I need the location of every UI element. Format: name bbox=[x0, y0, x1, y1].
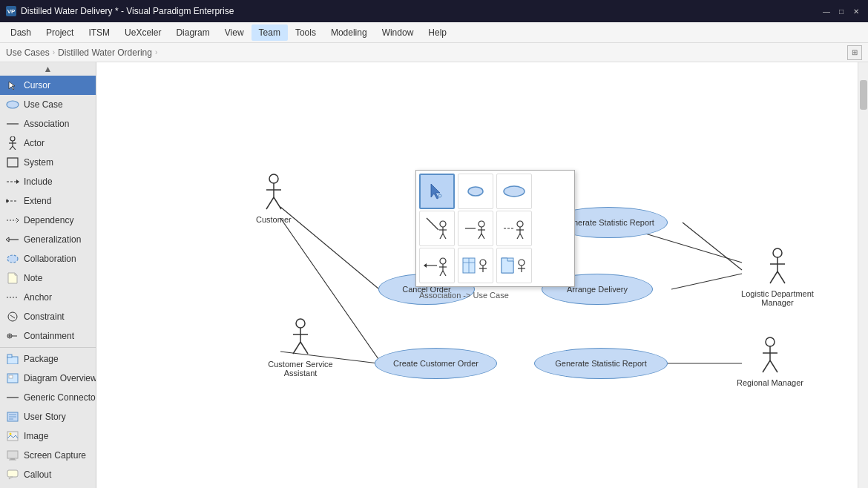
minimize-button[interactable]: — bbox=[821, 5, 832, 17]
popup-palette[interactable]: Association -> Use Case bbox=[415, 170, 575, 287]
include-icon bbox=[6, 175, 19, 188]
palette-actor-assoc2[interactable] bbox=[458, 211, 493, 246]
image-icon bbox=[6, 429, 19, 443]
palette-actor-dashed[interactable] bbox=[496, 211, 532, 246]
sidebar-item-package[interactable]: Package bbox=[0, 349, 96, 369]
breadcrumb-ordering[interactable]: Distilled Water Ordering › bbox=[58, 47, 157, 58]
sidebar-item-callout[interactable]: Callout bbox=[0, 465, 96, 484]
sidebar-item-anchor[interactable]: Anchor bbox=[0, 288, 96, 307]
sidebar-scroll-up[interactable]: ▲ bbox=[0, 62, 96, 76]
app-logo: VP bbox=[6, 6, 16, 16]
panel-toggle-button[interactable]: ⊞ bbox=[847, 45, 862, 60]
sidebar-item-system[interactable]: System bbox=[0, 153, 96, 172]
menu-bar: Dash Project ITSM UeXceler Diagram View … bbox=[0, 22, 868, 43]
sidebar-item-use-case[interactable]: Use Case bbox=[0, 95, 96, 114]
svg-line-43 bbox=[671, 274, 742, 289]
sidebar-package-label: Package bbox=[24, 354, 59, 364]
actor-customer-figure bbox=[263, 174, 285, 212]
menu-modeling[interactable]: Modeling bbox=[323, 24, 375, 41]
sidebar-item-screen-capture[interactable]: Screen Capture bbox=[0, 446, 96, 465]
maximize-button[interactable]: □ bbox=[835, 5, 847, 17]
actor-icon bbox=[6, 136, 19, 150]
scrollbar-handle[interactable] bbox=[860, 80, 867, 110]
diagram-container: Customer Logistic Department Manager bbox=[96, 62, 868, 488]
svg-rect-28 bbox=[9, 375, 13, 378]
menu-tools[interactable]: Tools bbox=[288, 24, 323, 41]
palette-cursor[interactable] bbox=[419, 174, 455, 209]
svg-rect-26 bbox=[7, 355, 12, 357]
menu-dash[interactable]: Dash bbox=[3, 24, 39, 41]
sidebar-item-extend[interactable]: Extend bbox=[0, 191, 96, 211]
svg-marker-90 bbox=[424, 263, 427, 268]
svg-point-57 bbox=[296, 319, 305, 328]
breadcrumb: Use Cases › Distilled Water Ordering › ⊞ bbox=[0, 43, 868, 62]
panel-toggle-icon: ⊞ bbox=[852, 48, 858, 56]
sidebar-item-collaboration[interactable]: Collaboration bbox=[0, 249, 96, 268]
containment-icon bbox=[6, 329, 19, 343]
sidebar-item-constraint[interactable]: Constraint bbox=[0, 307, 96, 326]
anchor-icon bbox=[6, 291, 19, 304]
palette-cursor-icon bbox=[424, 178, 450, 205]
sidebar-screen-capture-label: Screen Capture bbox=[24, 450, 86, 461]
palette-actor-rect2[interactable] bbox=[496, 248, 532, 283]
breadcrumb-usecases[interactable]: Use Cases › bbox=[6, 47, 55, 58]
menu-project[interactable]: Project bbox=[39, 24, 81, 41]
sidebar-item-image[interactable]: Image bbox=[0, 426, 96, 446]
svg-point-35 bbox=[10, 433, 12, 435]
sidebar-item-containment[interactable]: Containment bbox=[0, 326, 96, 346]
sidebar-item-cursor[interactable]: Cursor bbox=[0, 76, 96, 95]
sidebar-collaboration-label: Collaboration bbox=[24, 254, 76, 264]
sidebar-item-actor[interactable]: Actor bbox=[0, 133, 96, 153]
generic-connector-icon bbox=[6, 391, 19, 404]
sidebar-item-include[interactable]: Include bbox=[0, 172, 96, 191]
canvas-area[interactable]: Customer Logistic Department Manager bbox=[96, 62, 868, 488]
sidebar-include-label: Include bbox=[24, 177, 53, 187]
palette-actor-assoc1[interactable] bbox=[419, 211, 455, 246]
palette-label: Association -> Use Case bbox=[416, 291, 574, 300]
close-button[interactable]: ✕ bbox=[850, 5, 862, 17]
menu-diagram[interactable]: Diagram bbox=[168, 24, 217, 41]
sidebar-item-dependency[interactable]: Dependency bbox=[0, 211, 96, 230]
use-case-gen-stat-report[interactable]: Generate Statistic Report bbox=[534, 348, 668, 379]
svg-rect-7 bbox=[7, 158, 18, 167]
palette-actor-rect1[interactable] bbox=[458, 248, 493, 283]
actor-csa-label: Customer Service Assistant bbox=[256, 360, 345, 377]
sidebar-item-diagram-overview[interactable]: Diagram Overview bbox=[0, 369, 96, 388]
menu-itsm[interactable]: ITSM bbox=[81, 24, 117, 41]
sidebar-item-association[interactable]: Association bbox=[0, 114, 96, 133]
svg-line-5 bbox=[10, 146, 13, 150]
extend-icon bbox=[6, 194, 19, 208]
vertical-scrollbar[interactable] bbox=[858, 62, 868, 488]
sidebar-containment-label: Containment bbox=[24, 331, 74, 341]
sidebar-scroll-down[interactable]: ▼ bbox=[0, 484, 96, 488]
sidebar-item-generalization[interactable]: Generalization bbox=[0, 230, 96, 249]
svg-line-40 bbox=[280, 207, 378, 288]
user-story-icon bbox=[6, 410, 19, 423]
svg-point-52 bbox=[773, 248, 782, 257]
use-case-create-order[interactable]: Create Customer Order bbox=[375, 348, 497, 379]
svg-point-70 bbox=[504, 186, 525, 197]
palette-ellipse-small[interactable] bbox=[458, 174, 493, 209]
svg-line-13 bbox=[16, 218, 19, 220]
menu-team[interactable]: Team bbox=[251, 24, 288, 41]
sidebar-item-note[interactable]: Note bbox=[0, 268, 96, 288]
sidebar-item-generic-connector[interactable]: Generic Connector bbox=[0, 388, 96, 407]
screen-capture-icon bbox=[6, 449, 19, 462]
svg-point-91 bbox=[440, 258, 446, 264]
svg-line-6 bbox=[13, 146, 16, 150]
menu-help[interactable]: Help bbox=[421, 24, 454, 41]
palette-ellipse-wide[interactable] bbox=[496, 174, 532, 209]
sidebar-item-user-story[interactable]: User Story bbox=[0, 407, 96, 426]
menu-uexceler[interactable]: UeXceler bbox=[117, 24, 168, 41]
diagram-overview-icon bbox=[6, 372, 19, 385]
breadcrumb-arrow-icon: › bbox=[53, 48, 55, 56]
breadcrumb-usecases-label: Use Cases bbox=[6, 47, 50, 58]
svg-line-20 bbox=[10, 315, 15, 318]
actor-logistic-label: Logistic Department Manager bbox=[733, 289, 822, 307]
sidebar-constraint-label: Constraint bbox=[24, 311, 65, 322]
svg-line-75 bbox=[440, 234, 443, 239]
palette-actor-arrow-left[interactable] bbox=[419, 248, 455, 283]
title-bar-controls: — □ ✕ bbox=[821, 5, 862, 17]
menu-view[interactable]: View bbox=[217, 24, 251, 41]
menu-window[interactable]: Window bbox=[375, 24, 421, 41]
